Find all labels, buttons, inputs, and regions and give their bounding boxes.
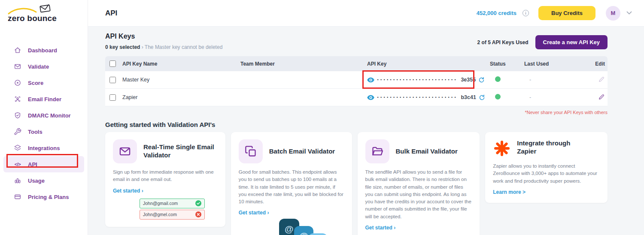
never-share-warning: *Never share your API Keys with others <box>105 110 608 115</box>
logo-wordmark: zero bounce <box>8 14 57 23</box>
sidebar: zero bounce Dashboard Validate Score <box>0 0 88 235</box>
invalid-email-text: John@gmel.com <box>143 212 177 217</box>
column-header-status: Status <box>490 61 524 67</box>
get-started-link[interactable]: Get started › <box>365 225 396 231</box>
folder-open-icon <box>365 139 389 163</box>
select-all-checkbox[interactable] <box>109 60 116 67</box>
credit-card-icon <box>14 193 21 201</box>
card-zapier-integration: Integrate through Zapier Zapier allows y… <box>485 132 608 203</box>
sidebar-item-dashboard[interactable]: Dashboard <box>3 42 84 58</box>
edit-pencil-icon[interactable] <box>598 93 605 100</box>
check-circle-icon <box>195 200 201 206</box>
envelope-icon <box>113 139 137 163</box>
reveal-key-eye-icon[interactable] <box>367 77 374 83</box>
reveal-key-eye-icon[interactable] <box>367 95 374 100</box>
row-checkbox[interactable] <box>109 77 116 83</box>
x-circle-icon <box>195 211 201 217</box>
card-description: The sendfile API allows you to send a fi… <box>365 169 472 220</box>
sidebar-item-integrations[interactable]: Integrations <box>3 140 84 156</box>
card-bulk-validator: Bulk Email Validator The sendfile API al… <box>358 132 480 235</box>
api-key-name: Zapier <box>122 94 240 100</box>
copy-icon <box>239 139 263 163</box>
last-used-cell: - <box>524 94 584 100</box>
masked-key-dots: ························· <box>377 95 457 99</box>
table-header-row: API Key Name Team Member API Key Status … <box>105 56 608 71</box>
getting-started-cards: Real-Time Single Email Validator Sign up… <box>105 132 608 235</box>
create-api-key-button[interactable]: Create a new API Key <box>535 35 608 49</box>
sidebar-item-label: Validate <box>28 63 49 70</box>
zerobounce-app: zero bounce Dashboard Validate Score <box>0 0 644 235</box>
sidebar-item-label: DMARC Monitor <box>28 112 71 119</box>
edit-pencil-icon[interactable] <box>598 76 605 83</box>
regenerate-key-icon[interactable] <box>479 94 485 101</box>
sidebar-item-api[interactable]: </> API <box>3 156 84 172</box>
at-icon: @ <box>308 233 328 235</box>
person-scan-icon <box>14 95 21 103</box>
page-title: API <box>105 9 117 18</box>
sidebar-item-label: Email Finder <box>28 96 61 102</box>
column-header-last-used: Last Used <box>524 61 584 67</box>
sidebar-nav: Dashboard Validate Score Email Finder <box>0 42 88 205</box>
card-title: Integrate through Zapier <box>517 139 581 156</box>
sidebar-item-dmarc-monitor[interactable]: DMARC Monitor <box>3 107 84 124</box>
zapier-icon <box>493 139 511 157</box>
selection-status: 0 key selected › The Master key cannot b… <box>105 44 222 50</box>
wrench-icon <box>14 128 21 136</box>
sidebar-item-label: API <box>28 161 37 168</box>
sidebar-item-label: Integrations <box>28 145 60 151</box>
api-keys-table: API Key Name Team Member API Key Status … <box>105 56 608 106</box>
status-active-dot <box>495 76 501 82</box>
api-keys-title: API Keys <box>105 33 222 40</box>
api-keys-section-header: API Keys 0 key selected › The Master key… <box>105 33 608 50</box>
buy-credits-button[interactable]: Buy Credits <box>538 6 595 20</box>
credits-balance: 452,000 credits <box>477 10 516 16</box>
keys-selected-count: 0 key selected <box>105 44 140 50</box>
sidebar-item-label: Dashboard <box>28 47 57 54</box>
regenerate-key-icon[interactable] <box>478 77 485 83</box>
valid-email-example: John@gmail.com <box>140 199 205 208</box>
at-symbols-illustration: @ @ @ <box>239 218 344 235</box>
chevron-down-icon[interactable] <box>626 11 632 15</box>
key-suffix: b3c41 <box>461 94 476 100</box>
card-batch-validator: Batch Email Validator Good for small bat… <box>231 132 352 235</box>
zerobounce-logo[interactable]: zero bounce <box>0 0 88 27</box>
api-keys-usage: 2 of 5 API Keys Used <box>477 39 529 45</box>
masked-key-dots: ························· <box>377 78 457 82</box>
column-header-team-member: Team Member <box>240 61 367 67</box>
home-icon <box>14 46 21 54</box>
column-header-edit: Edit <box>584 61 608 67</box>
valid-email-text: John@gmail.com <box>143 201 178 206</box>
envelope-icon <box>14 63 21 70</box>
shield-check-icon <box>14 111 21 119</box>
sidebar-item-label: Score <box>28 80 43 86</box>
table-row: Master Key ························· 3e3… <box>105 71 608 89</box>
get-started-link[interactable]: Get started › <box>113 188 143 194</box>
info-icon[interactable]: i <box>522 10 529 16</box>
learn-more-link[interactable]: Learn more > <box>493 189 526 195</box>
sidebar-item-validate[interactable]: Validate <box>3 58 84 75</box>
sidebar-item-email-finder[interactable]: Email Finder <box>3 91 84 107</box>
card-title: Batch Email Validator <box>269 148 335 156</box>
sidebar-item-label: Tools <box>28 129 43 135</box>
column-header-name: API Key Name <box>122 61 240 67</box>
sidebar-item-pricing-plans[interactable]: Pricing & Plans <box>3 189 84 205</box>
status-active-dot <box>495 94 501 99</box>
get-started-link[interactable]: Get started › <box>239 210 269 216</box>
sidebar-item-label: Usage <box>28 178 45 184</box>
card-description: Zapier allows you to instantly connect Z… <box>493 163 600 185</box>
avatar[interactable]: M <box>606 6 620 21</box>
sidebar-item-score[interactable]: Score <box>3 75 84 91</box>
api-key-name: Master Key <box>122 77 240 83</box>
topbar-right: 452,000 credits i Buy Credits M <box>477 6 632 21</box>
getting-started-title: Getting started with Validation API's <box>105 121 608 128</box>
sidebar-item-usage[interactable]: Usage <box>3 172 84 189</box>
sidebar-item-label: Pricing & Plans <box>28 194 69 200</box>
topbar: API 452,000 credits i Buy Credits M <box>88 0 644 27</box>
card-description: Good for small batches. This endpoint al… <box>239 169 344 205</box>
email-validation-examples: John@gmail.com John@gmel.com <box>140 199 205 220</box>
sidebar-item-tools[interactable]: Tools <box>3 124 84 140</box>
bar-chart-icon <box>14 177 21 184</box>
invalid-email-example: John@gmel.com <box>140 210 205 220</box>
row-checkbox[interactable] <box>109 94 116 101</box>
key-suffix: 3e355 <box>461 77 476 83</box>
